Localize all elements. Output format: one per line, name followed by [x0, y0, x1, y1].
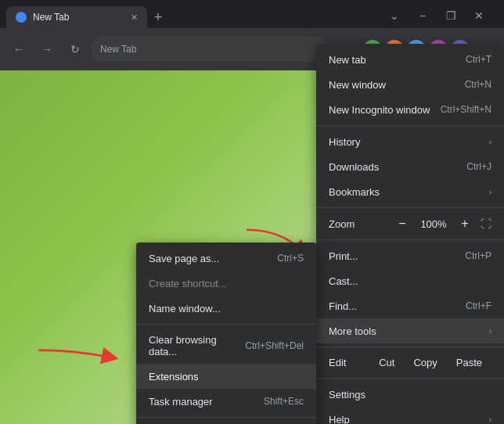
submenu-clear-browsing-label: Clear browsing data...: [149, 334, 245, 358]
menu-item-settings[interactable]: Settings: [316, 382, 504, 407]
zoom-row: Zoom − 100% + ⛶: [316, 211, 504, 236]
menu-separator-1: [316, 125, 504, 126]
tab-close-button[interactable]: ✕: [131, 13, 138, 23]
menu-item-new-tab-shortcut: Ctrl+T: [466, 54, 491, 65]
more-tools-submenu: Save page as... Ctrl+S Create shortcut..…: [136, 243, 316, 424]
menu-item-help-label: Help: [329, 414, 350, 425]
edit-label: Edit: [329, 357, 369, 368]
forward-button[interactable]: →: [34, 37, 59, 62]
new-tab-button[interactable]: +: [147, 6, 169, 28]
menu-item-new-window-shortcut: Ctrl+N: [465, 79, 491, 90]
menu-item-find[interactable]: Find... Ctrl+F: [316, 293, 504, 318]
submenu-item-dev-tools[interactable]: Developer tools Ctrl+Shift+I: [136, 421, 316, 424]
address-bar[interactable]: New Tab: [100, 44, 136, 55]
menu-item-incognito-shortcut: Ctrl+Shift+N: [441, 104, 491, 115]
zoom-label: Zoom: [329, 218, 387, 230]
submenu-separator-2: [136, 417, 316, 418]
menu-item-downloads[interactable]: Downloads Ctrl+J: [316, 154, 504, 179]
menu-separator-2: [316, 207, 504, 208]
menu-item-more-tools-arrow: ›: [489, 327, 491, 336]
menu-item-more-tools-label: More tools: [329, 325, 376, 337]
menu-item-history-arrow: ›: [489, 138, 491, 146]
submenu-item-extensions[interactable]: Extensions: [136, 364, 316, 389]
submenu-task-manager-label: Task manager: [149, 396, 213, 408]
menu-item-bookmarks-label: Bookmarks: [329, 186, 380, 198]
tab-more-button[interactable]: ⌄: [382, 3, 407, 28]
reload-button[interactable]: ↻: [63, 37, 88, 62]
menu-separator-3: [316, 239, 504, 240]
submenu-save-page-label: Save page as...: [149, 253, 219, 264]
main-context-menu: New tab Ctrl+T New window Ctrl+N New Inc…: [316, 44, 504, 424]
zoom-out-button[interactable]: −: [393, 214, 412, 233]
menu-item-new-tab-label: New tab: [329, 54, 366, 66]
menu-item-print[interactable]: Print... Ctrl+P: [316, 243, 504, 268]
menu-item-print-shortcut: Ctrl+P: [465, 250, 491, 261]
back-button[interactable]: ←: [6, 37, 31, 62]
active-tab[interactable]: New Tab ✕: [6, 6, 147, 28]
menu-item-history[interactable]: History ›: [316, 129, 504, 154]
menu-item-cast[interactable]: Cast...: [316, 268, 504, 293]
zoom-fullscreen-button[interactable]: ⛶: [481, 217, 491, 230]
cut-button[interactable]: Cut: [369, 354, 404, 372]
zoom-in-button[interactable]: +: [455, 214, 474, 233]
menu-item-more-tools[interactable]: More tools ›: [316, 318, 504, 343]
menu-item-history-label: History: [329, 136, 360, 148]
submenu-item-save-page[interactable]: Save page as... Ctrl+S: [136, 246, 316, 271]
menu-item-downloads-label: Downloads: [329, 161, 379, 173]
tab-title: New Tab: [33, 12, 69, 23]
menu-item-downloads-shortcut: Ctrl+J: [466, 161, 491, 172]
menu-item-cast-label: Cast...: [329, 275, 358, 287]
submenu-item-task-manager[interactable]: Task manager Shift+Esc: [136, 389, 316, 414]
menu-separator-4: [316, 347, 504, 347]
tab-bar: New Tab ✕ + ⌄ − ❐ ✕: [0, 0, 504, 28]
menu-item-bookmarks[interactable]: Bookmarks ›: [316, 179, 504, 204]
submenu-save-page-shortcut: Ctrl+S: [277, 253, 304, 264]
submenu-create-shortcut-label: Create shortcut...: [149, 278, 227, 289]
menu-item-find-shortcut: Ctrl+F: [466, 300, 491, 311]
paste-button[interactable]: Paste: [447, 354, 491, 372]
menu-item-settings-label: Settings: [329, 389, 365, 401]
minimize-button[interactable]: −: [410, 3, 435, 28]
menu-item-new-tab[interactable]: New tab Ctrl+T: [316, 47, 504, 72]
submenu-item-name-window[interactable]: Name window...: [136, 296, 316, 321]
menu-item-help-arrow: ›: [489, 415, 491, 424]
menu-item-bookmarks-arrow: ›: [489, 188, 491, 196]
submenu-item-create-shortcut[interactable]: Create shortcut...: [136, 271, 316, 296]
menu-item-new-window-label: New window: [329, 79, 386, 91]
submenu-task-manager-shortcut: Shift+Esc: [264, 396, 304, 407]
close-window-button[interactable]: ✕: [466, 3, 491, 28]
submenu-clear-browsing-shortcut: Ctrl+Shift+Del: [245, 340, 304, 351]
menu-item-new-window[interactable]: New window Ctrl+N: [316, 72, 504, 97]
tab-favicon: [16, 12, 27, 23]
copy-button[interactable]: Copy: [404, 354, 446, 372]
submenu-separator-1: [136, 324, 316, 325]
submenu-extensions-label: Extensions: [149, 371, 199, 383]
menu-item-incognito-label: New Incognito window: [329, 104, 430, 116]
edit-row: Edit Cut Copy Paste: [316, 350, 504, 375]
zoom-value: 100%: [418, 218, 449, 230]
menu-item-help[interactable]: Help ›: [316, 407, 504, 424]
menu-item-find-label: Find...: [329, 300, 357, 312]
menu-item-incognito[interactable]: New Incognito window Ctrl+Shift+N: [316, 97, 504, 122]
submenu-item-clear-browsing[interactable]: Clear browsing data... Ctrl+Shift+Del: [136, 328, 316, 364]
restore-button[interactable]: ❐: [438, 3, 463, 28]
menu-item-print-label: Print...: [329, 250, 358, 262]
menu-separator-5: [316, 378, 504, 379]
submenu-name-window-label: Name window...: [149, 303, 221, 314]
